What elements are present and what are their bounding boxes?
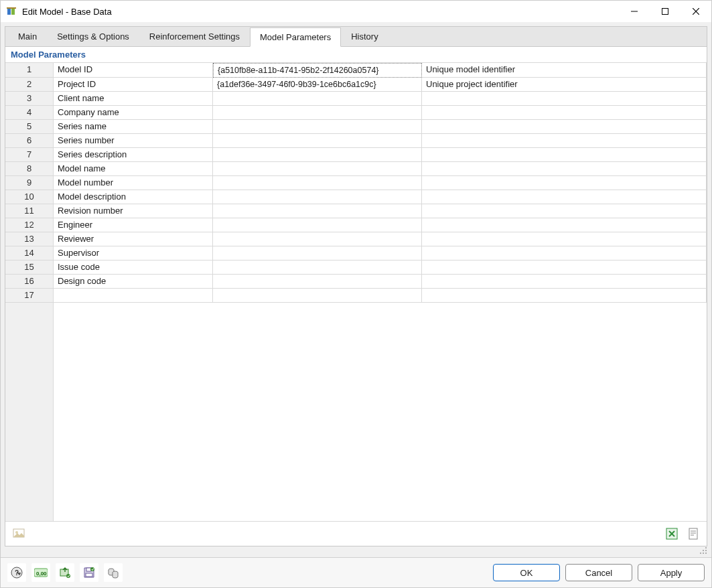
- row-number[interactable]: 2: [5, 78, 54, 92]
- param-description[interactable]: [422, 204, 707, 218]
- svg-rect-7: [689, 528, 697, 539]
- param-name[interactable]: Series name: [54, 120, 213, 134]
- param-description[interactable]: [422, 232, 707, 246]
- save-default-button[interactable]: [80, 563, 98, 582]
- tab-settings-options[interactable]: Settings & Options: [47, 27, 139, 46]
- param-name[interactable]: Design code: [54, 275, 213, 289]
- param-name[interactable]: Model number: [54, 176, 213, 190]
- row-number[interactable]: 14: [5, 246, 54, 261]
- ok-button[interactable]: OK: [493, 564, 560, 581]
- svg-rect-21: [86, 573, 92, 577]
- copy-data-button[interactable]: [104, 563, 123, 582]
- param-value[interactable]: [213, 176, 422, 190]
- param-value[interactable]: [213, 148, 422, 162]
- row-number[interactable]: 4: [5, 106, 54, 120]
- svg-rect-0: [7, 8, 11, 15]
- param-value[interactable]: [213, 134, 422, 148]
- param-description[interactable]: [422, 134, 707, 148]
- param-description[interactable]: [422, 218, 707, 232]
- export-report-button[interactable]: [684, 524, 703, 543]
- row-number[interactable]: 16: [5, 275, 54, 289]
- resize-grip[interactable]: [698, 545, 707, 555]
- param-description[interactable]: [422, 275, 707, 289]
- param-description[interactable]: [422, 261, 707, 275]
- param-value[interactable]: [213, 92, 422, 106]
- param-value[interactable]: [213, 289, 422, 303]
- cancel-button[interactable]: Cancel: [565, 564, 632, 581]
- param-description[interactable]: [422, 120, 707, 134]
- param-name[interactable]: Client name: [54, 92, 213, 106]
- param-value[interactable]: [213, 106, 422, 120]
- row-number[interactable]: 6: [5, 134, 54, 148]
- param-name[interactable]: Issue code: [54, 261, 213, 275]
- dialog-footer: ? 0,00 OK Cancel Apply: [1, 557, 711, 587]
- param-name[interactable]: Company name: [54, 106, 213, 120]
- param-value[interactable]: {a1def36e-3497-46f0-9b39-1ce6bc6a1c9c}: [213, 78, 422, 92]
- tab-main[interactable]: Main: [8, 27, 47, 46]
- apply-button[interactable]: Apply: [638, 564, 705, 581]
- param-value[interactable]: {a510fb8e-a11b-4741-95b2-2f14260a0574}: [213, 63, 422, 78]
- row-number[interactable]: 1: [5, 63, 54, 78]
- param-description[interactable]: [422, 190, 707, 204]
- param-name[interactable]: Supervisor: [54, 246, 213, 261]
- row-number[interactable]: 8: [5, 162, 54, 176]
- param-value[interactable]: [213, 120, 422, 134]
- param-value[interactable]: [213, 218, 422, 232]
- param-name[interactable]: Revision number: [54, 204, 213, 218]
- tab-history[interactable]: History: [341, 27, 388, 46]
- maximize-button[interactable]: [650, 1, 681, 22]
- grid-footer: [5, 521, 707, 546]
- row-number[interactable]: 7: [5, 148, 54, 162]
- row-number[interactable]: 3: [5, 92, 54, 106]
- param-name[interactable]: Reviewer: [54, 232, 213, 246]
- insert-picture-button[interactable]: [9, 524, 28, 543]
- param-description[interactable]: [422, 148, 707, 162]
- export-excel-button[interactable]: [662, 524, 681, 543]
- param-description[interactable]: [422, 92, 707, 106]
- param-name[interactable]: [54, 289, 213, 303]
- param-value[interactable]: [213, 232, 422, 246]
- param-description[interactable]: [422, 246, 707, 261]
- svg-text:?: ?: [15, 569, 19, 577]
- help-button[interactable]: ?: [7, 563, 26, 582]
- tab-reinforcement-settings[interactable]: Reinforcement Settings: [139, 27, 250, 46]
- param-description[interactable]: [422, 106, 707, 120]
- load-default-button[interactable]: [56, 563, 74, 582]
- row-number[interactable]: 5: [5, 120, 54, 134]
- param-value[interactable]: [213, 246, 422, 261]
- param-description[interactable]: [422, 162, 707, 176]
- row-number[interactable]: 12: [5, 218, 54, 232]
- param-name[interactable]: Engineer: [54, 218, 213, 232]
- param-value[interactable]: [213, 190, 422, 204]
- dialog-window: Edit Model - Base Data Main Settings & O…: [0, 0, 712, 588]
- param-name[interactable]: Project ID: [54, 78, 213, 92]
- param-name[interactable]: Model name: [54, 162, 213, 176]
- row-number[interactable]: 13: [5, 232, 54, 246]
- row-number[interactable]: 9: [5, 176, 54, 190]
- row-number[interactable]: 15: [5, 261, 54, 275]
- svg-rect-20: [86, 568, 91, 571]
- param-description[interactable]: Unique project identifier: [422, 78, 707, 92]
- row-number[interactable]: 11: [5, 204, 54, 218]
- units-button[interactable]: 0,00: [31, 563, 50, 582]
- svg-rect-2: [7, 7, 16, 9]
- param-name[interactable]: Series description: [54, 148, 213, 162]
- param-description[interactable]: [422, 289, 707, 303]
- param-description[interactable]: Unique model identifier: [422, 63, 707, 78]
- svg-point-12: [703, 553, 704, 554]
- param-value[interactable]: [213, 275, 422, 289]
- close-button[interactable]: [681, 1, 711, 22]
- param-value[interactable]: [213, 204, 422, 218]
- param-value[interactable]: [213, 261, 422, 275]
- param-description[interactable]: [422, 176, 707, 190]
- param-name[interactable]: Model ID: [54, 63, 213, 78]
- row-number[interactable]: 17: [5, 289, 54, 303]
- param-name[interactable]: Model description: [54, 190, 213, 204]
- param-value[interactable]: [213, 162, 422, 176]
- row-header-gutter: [5, 303, 54, 521]
- param-name[interactable]: Series number: [54, 134, 213, 148]
- minimize-button[interactable]: [619, 1, 650, 22]
- svg-point-11: [700, 553, 701, 554]
- tab-model-parameters[interactable]: Model Parameters: [250, 27, 341, 47]
- row-number[interactable]: 10: [5, 190, 54, 204]
